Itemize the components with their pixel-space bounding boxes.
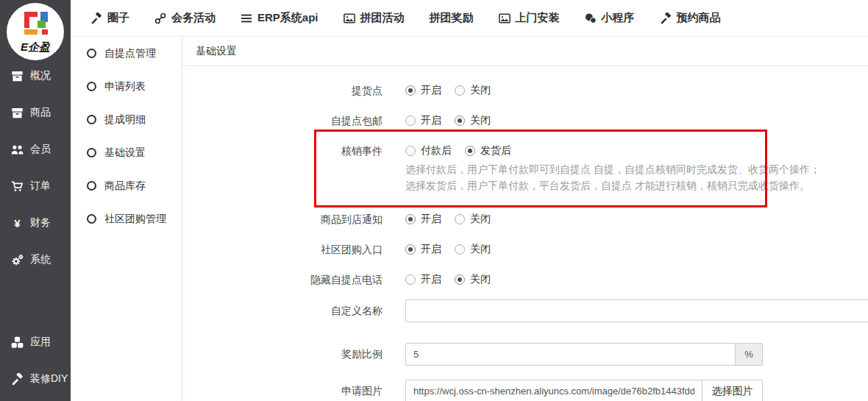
submenu-item-label: 社区团购管理 [104, 213, 166, 226]
sidebar-item-label: 系统 [30, 253, 51, 266]
radio-icon[interactable] [405, 85, 416, 96]
radio-option-after-payment[interactable]: 付款后 [405, 144, 452, 157]
form-row-custom-name: 自定义名称 [181, 299, 868, 322]
radio-icon[interactable] [455, 214, 465, 224]
nav-item-group-activity[interactable]: 拼团活动 [344, 11, 405, 25]
sidebar-item-finance[interactable]: ¥ 财务 [0, 205, 71, 241]
help-line: 选择发货后，用户下单付款，平台发货后，自提点 才能进行核销，核销只完成收货操作。 [405, 177, 820, 194]
goods-icon [11, 107, 24, 119]
sidebar-item-label: 财务 [30, 216, 51, 230]
radio-option-off[interactable]: 关闭 [455, 273, 491, 286]
percent-addon: % [736, 343, 763, 366]
submenu-item-label: 提成明细 [104, 113, 146, 127]
members-icon [11, 143, 24, 156]
reward-ratio-input[interactable] [405, 343, 736, 366]
field-label: 隐藏自提点电话 [181, 272, 383, 287]
submenu-item-basic-settings[interactable]: 基础设置 [71, 136, 181, 169]
nav-item-door-install[interactable]: 上门安装 [499, 11, 560, 25]
radio-option-on[interactable]: 开启 [405, 114, 441, 127]
radio-option-on[interactable]: 开启 [405, 273, 441, 286]
sidebar-item-system[interactable]: 系统 [0, 241, 71, 278]
sidebar-item-overview[interactable]: 概况 [0, 57, 71, 94]
nav-item-label: 拼团活动 [360, 11, 405, 25]
submenu-item-goods-stock[interactable]: 商品库存 [71, 169, 181, 202]
radio-icon[interactable] [405, 116, 416, 126]
choose-image-button[interactable]: 选择图片 [702, 380, 763, 401]
field-label: 商品到店通知 [181, 212, 383, 227]
sidebar-item-goods[interactable]: 商品 [0, 94, 71, 131]
radio-icon[interactable] [405, 146, 416, 156]
sidebar-item-diy[interactable]: 装修DIY [0, 361, 71, 397]
overview-icon [11, 70, 24, 82]
finance-icon: ¥ [11, 217, 24, 230]
form-row-arrival-notice: 商品到店通知 开启 关闭 [181, 212, 868, 227]
radio-option-on[interactable]: 开启 [405, 243, 441, 256]
field-label: 奖励比例 [181, 343, 383, 366]
radio-option-off[interactable]: 关闭 [455, 114, 491, 127]
submenu-item-commission-detail[interactable]: 提成明细 [71, 103, 181, 136]
apply-image-url-input[interactable] [405, 380, 702, 401]
submenu-item-label: 自提点管理 [104, 47, 156, 60]
radio-group-free-shipping: 开启 关闭 [405, 113, 491, 128]
radio-group-arrival-notice: 开启 关闭 [405, 212, 491, 227]
field-label: 提货点 [181, 83, 383, 98]
brand-logo-circle: E企盈 [7, 3, 64, 60]
custom-name-input[interactable] [405, 299, 868, 322]
apps-icon [11, 336, 24, 349]
nav-item-mini-program[interactable]: 小程序 [585, 11, 635, 25]
radio-option-after-shipment[interactable]: 发货后 [465, 144, 511, 157]
left-sidebar: E企盈 概况 商品 会员 订单 ¥ [0, 0, 71, 401]
radio-icon[interactable] [405, 244, 416, 255]
submenu-item-apply-list[interactable]: 申请列表 [71, 70, 181, 103]
radio-icon[interactable] [455, 116, 465, 126]
nav-item-circle[interactable]: 圈子 [90, 11, 129, 25]
radio-icon[interactable] [465, 146, 475, 156]
radio-label: 发货后 [480, 144, 511, 157]
radio-label: 开启 [421, 243, 441, 256]
nav-item-label: 拼团奖励 [430, 11, 474, 25]
circle-icon [87, 214, 96, 224]
radio-icon[interactable] [455, 85, 465, 96]
submenu-item-label: 申请列表 [104, 80, 146, 93]
radio-icon[interactable] [405, 214, 416, 224]
sidebar-item-label: 会员 [30, 143, 51, 156]
form-row-reward-ratio: 奖励比例 % [181, 343, 868, 366]
image-icon [499, 13, 511, 24]
main-content: 基础设置 提货点 开启 关闭 自提点包邮 [181, 37, 868, 401]
radio-option-off[interactable]: 关闭 [455, 84, 491, 97]
nav-item-label: 小程序 [602, 11, 635, 25]
radio-label: 付款后 [421, 144, 452, 157]
help-line: 选择付款后，用户下单付款即可到自提点 自提，自提点核销同时完成发货、收货两个操作… [405, 161, 820, 177]
radio-label: 开启 [421, 114, 441, 127]
radio-option-on[interactable]: 开启 [405, 213, 441, 226]
nav-item-label: ERP系统api [257, 11, 319, 25]
radio-option-off[interactable]: 关闭 [455, 243, 491, 256]
circle-icon [87, 49, 96, 58]
orders-icon [11, 180, 24, 193]
radio-label: 关闭 [470, 114, 491, 127]
field-label: 社区团购入口 [181, 242, 383, 257]
gavel-icon [90, 13, 102, 24]
field-label: 自提点包邮 [181, 113, 383, 128]
sidebar-item-apps[interactable]: 应用 [0, 324, 71, 361]
radio-label: 关闭 [470, 213, 491, 226]
form-row-hide-phone: 隐藏自提点电话 开启 关闭 [181, 272, 868, 287]
radio-option-on[interactable]: 开启 [405, 84, 441, 97]
nav-item-erp-api[interactable]: ERP系统api [241, 11, 319, 25]
form-row-free-shipping: 自提点包邮 开启 关闭 [181, 113, 868, 128]
nav-item-booking-goods[interactable]: 预约商品 [660, 11, 721, 25]
submenu-item-community-group[interactable]: 社区团购管理 [71, 202, 181, 235]
radio-icon[interactable] [455, 274, 465, 285]
submenu-item-pickup-management[interactable]: 自提点管理 [71, 37, 181, 70]
radio-icon[interactable] [405, 274, 416, 285]
nav-item-meeting[interactable]: 会务活动 [154, 11, 216, 25]
radio-icon[interactable] [455, 244, 465, 255]
field-label: 自定义名称 [181, 299, 383, 322]
nav-item-group-reward[interactable]: 拼团奖励 [430, 11, 474, 25]
sidebar-item-orders[interactable]: 订单 [0, 168, 71, 205]
sidebar-item-label: 应用 [30, 336, 51, 349]
radio-option-off[interactable]: 关闭 [455, 213, 491, 226]
sidebar-item-members[interactable]: 会员 [0, 131, 71, 168]
field-label: 核销事件 [181, 143, 383, 158]
system-icon [11, 254, 24, 266]
